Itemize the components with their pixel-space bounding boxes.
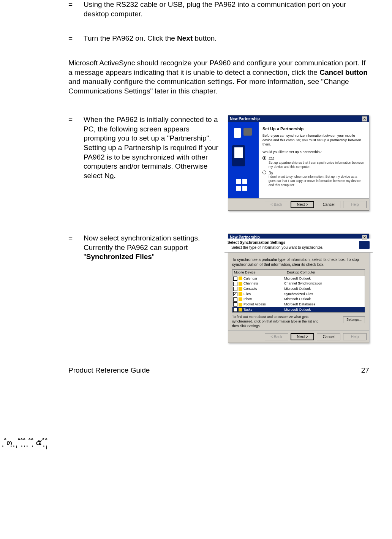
- dialog-heading: Set Up a Partnership: [262, 126, 365, 131]
- dialog-subheader: Select Synchronization Settings Select t…: [224, 239, 373, 253]
- close-icon[interactable]: ✕: [362, 116, 367, 122]
- dialog-button-bar: < Back Next > Cancel Help: [228, 330, 369, 343]
- checkbox-icon[interactable]: [233, 292, 237, 296]
- dialog-sync-settings: New Partnership ✕ Select Synchronization…: [228, 234, 369, 343]
- bullet-marker: =: [68, 34, 84, 43]
- text-bold: Cancel button: [319, 68, 368, 76]
- paragraph: Microsoft ActiveSync should recognize yo…: [68, 58, 369, 96]
- radio-no[interactable]: No I don't want to synchronize informati…: [262, 171, 365, 188]
- item-name: Calendar: [243, 277, 258, 281]
- dialog-intro: Before you can synchronize information b…: [262, 134, 365, 147]
- item-icon: [239, 287, 242, 291]
- text-fragment: button.: [193, 34, 217, 42]
- dialog-instructions: To synchronize a particular type of info…: [232, 257, 365, 267]
- table-row[interactable]: InboxMicrosoft Outlook: [232, 297, 365, 302]
- item-name: Pocket Access: [243, 302, 266, 307]
- sync-icon: [359, 241, 370, 249]
- dialog-question: Would you like to set up a partnership?: [262, 150, 365, 155]
- item-name: Tasks: [243, 308, 252, 312]
- text-bold: Next: [177, 34, 193, 42]
- text-fragment: When the PA962 is initially connected to…: [84, 115, 218, 180]
- item-desktop: Microsoft Outlook: [283, 287, 364, 291]
- settings-button[interactable]: Settings...: [343, 316, 365, 323]
- item-desktop: Microsoft Outlook: [283, 308, 364, 312]
- item-icon: [239, 308, 242, 311]
- text-fragment: ": [152, 253, 155, 261]
- radio-yes[interactable]: Yes Set up a partnership so that I can s…: [262, 156, 365, 169]
- footer-garbled-text: ฺ ํ๓ฺ ฺ ฺฺ ํ ํฺ ฺํ ฺ ํ ํฺ ๕ ฺ์ ํฺฺฺ: [68, 436, 369, 451]
- section-sync-settings: = Now select synchronization settings. C…: [68, 234, 369, 343]
- item-name: Files: [243, 292, 251, 297]
- section-partnership: = When the PA962 is initially connected …: [68, 115, 369, 211]
- sync-settings-table: Mobile Device Desktop Computer CalendarM…: [232, 269, 365, 313]
- radio-description: Set up a partnership so that I can synch…: [269, 161, 365, 169]
- item-icon: [239, 292, 242, 296]
- footer-left: Product Reference Guide: [68, 366, 150, 375]
- bullet-text: Turn the PA962 on. Click the Next button…: [84, 34, 369, 43]
- table-header: Mobile Device Desktop Computer: [232, 270, 365, 276]
- table-row[interactable]: CalendarMicrosoft Outlook: [232, 276, 365, 281]
- close-icon[interactable]: ✕: [362, 235, 367, 240]
- table-row[interactable]: ContactsMicrosoft Outlook: [232, 286, 365, 292]
- dialog-button-bar: < Back Next > Cancel Help: [228, 198, 369, 210]
- help-button[interactable]: Help: [343, 201, 367, 208]
- item-desktop: Synchronized Files: [283, 292, 364, 297]
- checkbox-icon[interactable]: [233, 287, 237, 291]
- item-desktop: Microsoft Databases: [283, 302, 364, 307]
- bullet-text: Now select synchronization settings. Cur…: [84, 234, 220, 262]
- cancel-button[interactable]: Cancel: [317, 333, 340, 340]
- checkbox-icon[interactable]: [233, 302, 237, 307]
- dialog-titlebar: New Partnership ✕: [228, 115, 369, 122]
- checkbox-icon[interactable]: [233, 297, 237, 302]
- dialog-title-text: New Partnership: [230, 235, 260, 240]
- next-button[interactable]: Next >: [291, 333, 314, 340]
- text-bold: .: [114, 172, 115, 180]
- item-icon: [239, 303, 242, 307]
- garble-characters: ฺ ํ๓ฺ ฺ ฺฺ ํ ํฺ ฺํ ฺ ํ ํฺ ๕ ฺ์ ํฺฺฺ: [4, 437, 47, 448]
- text-underline: o: [110, 172, 114, 180]
- table-row[interactable]: ChannelsChannel Synchronization: [232, 281, 365, 286]
- page-footer: Product Reference Guide 27: [68, 366, 369, 375]
- dialog-subheading: Select the type of information you want …: [231, 245, 323, 250]
- text-fragment: Turn the PA962 on. Click the: [84, 34, 177, 42]
- radio-description: I don't want to synchronize information.…: [269, 175, 365, 187]
- table-row[interactable]: FilesSynchronized Files: [232, 292, 365, 297]
- item-name: Channels: [243, 281, 258, 286]
- dialog-title-text: New Partnership: [230, 116, 260, 121]
- grid-icon: [236, 179, 247, 191]
- screenshot-partnership-dialog: New Partnership ✕ Set Up a Partnership B…: [228, 115, 369, 211]
- column-header-mobile: Mobile Device: [232, 270, 285, 276]
- radio-label: No: [269, 171, 273, 174]
- checkbox-icon[interactable]: [233, 308, 237, 312]
- dialog-new-partnership: New Partnership ✕ Set Up a Partnership B…: [228, 115, 369, 211]
- dialog-sidebar-graphic: [228, 122, 259, 198]
- bullet-marker: =: [68, 115, 84, 181]
- item-icon: [239, 277, 242, 280]
- checkbox-icon[interactable]: [233, 282, 237, 286]
- table-row[interactable]: TasksMicrosoft Outlook: [232, 307, 365, 313]
- item-name: Contacts: [243, 287, 257, 291]
- back-button[interactable]: < Back: [265, 201, 288, 208]
- bullet-text: When the PA962 is initially connected to…: [84, 115, 220, 181]
- bullet-marker: =: [68, 0, 84, 19]
- dialog-heading: Select Synchronization Settings: [228, 240, 285, 245]
- text-bold: Synchronized Files: [86, 253, 152, 261]
- bullet-marker: =: [68, 234, 84, 262]
- pda-large-icon: [232, 145, 245, 166]
- item-icon: [239, 282, 242, 286]
- help-button[interactable]: Help: [343, 333, 367, 340]
- text-fragment: and manually configure the communication…: [68, 77, 349, 95]
- back-button[interactable]: < Back: [265, 333, 288, 340]
- item-icon: [239, 297, 242, 301]
- pda-icon: [234, 128, 241, 138]
- column-header-desktop: Desktop Computer: [285, 270, 365, 276]
- checkbox-icon[interactable]: [233, 277, 237, 281]
- cancel-button[interactable]: Cancel: [317, 201, 340, 208]
- next-button[interactable]: Next >: [291, 201, 314, 208]
- settings-hint: To find out more about and to customize …: [232, 315, 319, 328]
- item-desktop: Channel Synchronization: [283, 281, 364, 286]
- page-number: 27: [361, 366, 369, 375]
- table-row[interactable]: Pocket AccessMicrosoft Databases: [232, 302, 365, 307]
- item-name: Inbox: [243, 297, 252, 302]
- item-desktop: Microsoft Outlook: [283, 297, 364, 302]
